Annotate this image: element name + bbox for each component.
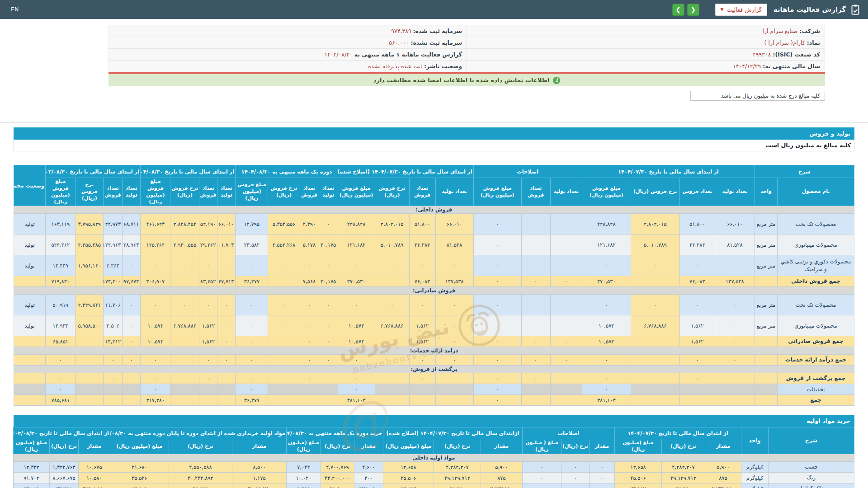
cell xyxy=(268,355,300,366)
cell: ۵۴۴,۲۶۲ xyxy=(46,235,75,255)
cell xyxy=(679,384,715,395)
cell: ۳۶,۳۷۷ xyxy=(236,276,268,287)
column-header: مبلغ فروش (میلیون ریال) xyxy=(236,178,268,206)
cell: ۰ xyxy=(522,473,561,483)
cell: ۴,۸۰۴,۰۱۵ xyxy=(375,214,409,235)
cell: ۱۴۵,۲۶۴ xyxy=(141,235,170,255)
cell: ۱۲۱,۶۸۲ xyxy=(338,235,375,255)
cell xyxy=(319,395,338,406)
report-type-label: گزارش فعالیت xyxy=(727,6,762,13)
cell: تولید xyxy=(14,255,46,276)
total-row: جمع فروش صادراتی۰۱,۵۶۲۱۰,۵۷۳۰۰۰۰۱,۵۶۲۱۰,… xyxy=(14,336,854,347)
cell: ۲,۷۳۲,۱۱۰ xyxy=(705,483,741,488)
info-label: کد صنعت (ISIC): xyxy=(773,51,820,58)
column-group-header: دوره یک ماهه منتهی به ۱۴۰۴/۰۸/۳۰ xyxy=(236,165,338,178)
cell xyxy=(679,395,715,406)
cell: ۶,۷۶۸,۸۸۶ xyxy=(170,315,199,336)
cell xyxy=(170,373,199,384)
info-value: ۱۴۰۴/۰۸/۳۰ xyxy=(325,51,353,58)
cell: ۴,۳۵۵,۳۸۵ xyxy=(75,235,104,255)
cell: ۰ xyxy=(46,355,75,366)
cell: ۳,۰۵۸,۱۲۰ xyxy=(232,483,286,488)
cell: ۱,۵۶۲ xyxy=(679,336,715,347)
cell: ۵۱,۸۰۰ xyxy=(679,214,715,235)
cell xyxy=(123,395,141,406)
cell: ۸۱,۵۲۸ xyxy=(435,235,473,255)
cell: کیلوگرم xyxy=(741,473,769,483)
cell: ۰ xyxy=(589,473,614,483)
section-row: فروش صادراتی: xyxy=(14,287,854,295)
column-header: نرخ (ریال) xyxy=(49,439,78,454)
cell: ۱۴,۲۱۲ xyxy=(104,336,123,347)
previous-report-button[interactable]: ❯ xyxy=(672,4,684,16)
company-info-panel: شرکت: صنایع سرام آرا سرمایه ثبت شده: ۹۷۴… xyxy=(108,25,825,86)
cell xyxy=(755,373,777,384)
cell: ۰ xyxy=(550,336,582,347)
info-label: نماد: xyxy=(807,39,820,46)
cell: ۱,۵۶۲ xyxy=(409,315,435,336)
cell: ۵۱,۸۰۰ xyxy=(409,214,435,235)
cell: ۰ xyxy=(236,384,268,395)
cell: ۴,۳۴۹,۸۲۱ xyxy=(75,295,104,315)
column-header: تعداد فروش xyxy=(679,178,715,206)
cell xyxy=(521,214,550,235)
cell: ۴,۸۲۸,۲۵۲ xyxy=(170,214,199,235)
cell: جمع درآمد ارائه خدمات xyxy=(777,355,854,366)
cell: ۰ xyxy=(123,295,141,315)
report-type-dropdown[interactable]: گزارش فعالیت ▼ xyxy=(715,4,767,16)
cell: ۲۲,۷۹۵ xyxy=(49,483,78,488)
column-header: نرخ فروش (ریال) xyxy=(170,178,199,206)
cell xyxy=(375,373,409,384)
cell: ۰ xyxy=(104,355,123,366)
cell xyxy=(755,384,777,395)
cell: ۰ xyxy=(715,315,755,336)
cell: ۲,۵۰۶ xyxy=(104,315,123,336)
info-row: سال مالی منتهی به: ۱۴۰۴/۱۲/۲۹ وضعیت ناشر… xyxy=(109,61,825,72)
cell: ۰ xyxy=(473,214,521,235)
cell xyxy=(170,276,199,287)
cell: ۰ xyxy=(435,336,473,347)
report-nav: ❮ ❯ xyxy=(672,4,699,16)
cell: ۰ xyxy=(582,373,631,384)
next-report-button[interactable]: ❮ xyxy=(687,4,699,16)
cell: ۴۲,۹۷۳ xyxy=(104,214,123,235)
cell: ۳۵,۵۲۶ xyxy=(110,473,169,483)
cell xyxy=(435,384,473,395)
cell: ۰ xyxy=(268,315,300,336)
column-header: مقدار xyxy=(354,439,383,454)
cell: ۰ xyxy=(473,295,521,315)
page-title: گزارش فعالیت ماهانه xyxy=(774,5,846,14)
cell: ۰ xyxy=(236,295,268,315)
column-header: تعداد تولید xyxy=(217,178,236,206)
cell: ۰ xyxy=(170,255,199,276)
cell xyxy=(268,373,300,384)
total-row: جمع۳۸۱,۱۰۳۰۳۸۱,۱۰۳۳۶,۳۷۷۴۱۷,۴۸۰۷۸۵,۶۸۱ xyxy=(14,395,854,406)
cell: ۰ xyxy=(46,373,75,384)
cell: محصولات مینیاتوري xyxy=(777,315,854,336)
cell: ۰ xyxy=(141,384,170,395)
language-switch-en[interactable]: EN xyxy=(11,6,19,13)
cell: ۰ xyxy=(631,255,679,276)
column-header: مبلغ (میلیون ریال) xyxy=(614,439,661,454)
cell xyxy=(14,276,46,287)
cell: ۰ xyxy=(319,255,338,276)
column-header: نرخ (ریال) xyxy=(561,439,589,454)
cell: ۷۶,۰۸۴ xyxy=(679,276,715,287)
data-row: محصولات تک پختمتر مربع۰۰۰۰۰۰۰۰۰۰۰۰۰۰۰۰۰۰… xyxy=(14,295,854,315)
info-value: ثبت شده پذیرفته نشده xyxy=(368,63,422,70)
cell: تولید xyxy=(14,315,46,336)
cell xyxy=(550,384,582,395)
cell: ۲۹,۱۴۹,۷۱۴ xyxy=(434,473,481,483)
cell: ۰ xyxy=(715,336,755,347)
cell: ۰ xyxy=(521,336,550,347)
chevron-down-icon: ▼ xyxy=(721,7,724,12)
report-table: شرحواحداز ابتدای سال مالی تا تاریخ ۱۴۰۴/… xyxy=(13,427,854,488)
cell: ۰ xyxy=(46,384,75,395)
cell xyxy=(435,373,473,384)
cell: ۰ xyxy=(199,355,217,366)
cell: ۲۶,۷۶۰ xyxy=(434,483,481,488)
cell xyxy=(75,395,104,406)
cell xyxy=(14,384,46,395)
cell: ۰ xyxy=(300,315,319,336)
column-group-header: ازابتدای سال مالی تا تاریخ ۱۴۰۴/۰۷/۳۰ (ا… xyxy=(383,427,522,439)
